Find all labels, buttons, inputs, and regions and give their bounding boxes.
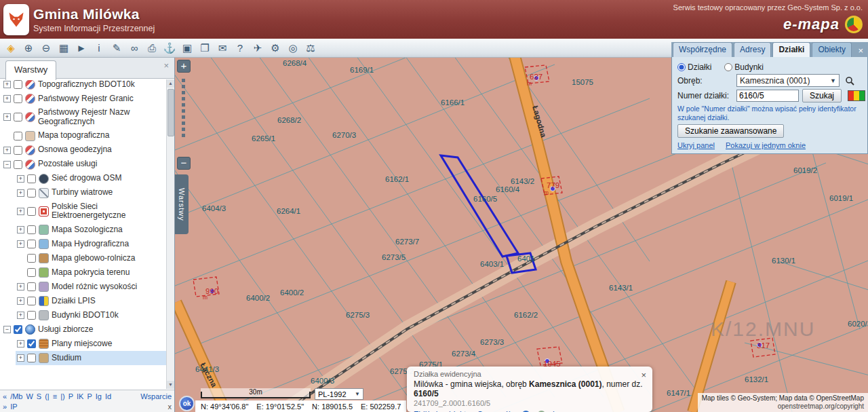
layer-item[interactable]: + Turbiny wiatrowe [16,186,173,200]
layer-checkbox[interactable] [14,146,22,155]
layer-item[interactable]: + Budynki BDOT10k [16,308,173,322]
expand-toggle[interactable]: − [3,161,11,168]
layer-item[interactable]: + Polskie Sieci Elektroenergetyczne [16,200,173,223]
layer-checkbox[interactable] [14,80,22,89]
panel-footer-close[interactable]: x [168,402,172,411]
layer-checkbox[interactable] [27,254,36,263]
search-button[interactable]: Szukaj [802,89,842,102]
screen-icon[interactable]: ▣ [178,40,196,56]
settings-icon[interactable]: ⚙ [267,40,284,56]
panel-footer-button[interactable]: « [3,392,7,400]
layer-checkbox[interactable] [27,297,36,305]
layer-item[interactable]: + Mapa Hydrograficzna [16,237,173,251]
expand-toggle[interactable]: + [17,208,24,215]
zoom-slider[interactable] [182,76,185,140]
pointer-icon[interactable]: ► [73,40,90,56]
plane-icon[interactable]: ✈ [249,40,267,56]
link-icon[interactable]: ∞ [125,40,143,56]
close-icon[interactable]: × [854,44,867,57]
layer-item[interactable]: Mapa glebowo-rolnicza [16,251,173,265]
expand-toggle[interactable]: + [17,283,24,291]
layer-item[interactable]: + Sieć drogowa OSM [16,172,173,186]
scroll-down-icon[interactable]: ▼ [167,381,174,389]
panel-footer-button[interactable]: S [37,392,41,400]
layer-checkbox[interactable] [27,240,36,248]
panel-footer-button[interactable]: W [26,392,33,400]
layer-item[interactable]: + Studium [16,351,173,365]
support-link[interactable]: Wsparcie [140,392,172,400]
layer-checkbox[interactable] [27,282,36,291]
layer-item[interactable]: + Plany miejscowe [16,337,173,351]
close-icon[interactable]: × [641,370,646,380]
layer-item[interactable]: + Państwowy Rejestr Granic [2,92,173,106]
tab-adresy[interactable]: Adresy [734,42,771,57]
layer-checkbox[interactable] [27,174,36,183]
scroll-up-icon[interactable]: ▲ [167,79,174,88]
panel-footer-button[interactable]: Ig [96,392,102,400]
layers-scrollbar[interactable]: ▲ ▼ [166,79,174,389]
layer-checkbox[interactable] [27,339,36,348]
layers-icon[interactable]: ◈ [2,40,20,56]
layer-checkbox[interactable] [27,354,36,362]
layer-checkbox[interactable] [14,94,22,103]
zoom-in-icon[interactable]: ⊕ [20,40,37,56]
expand-toggle[interactable]: + [17,175,24,183]
radio-dzialki-input[interactable] [677,63,686,71]
emapa-logo[interactable]: e-mapa [783,16,840,33]
tab-warstwy[interactable]: Warstwy [5,60,56,80]
expand-toggle[interactable]: + [3,113,11,121]
panel-footer-button[interactable]: /Mb [10,392,22,400]
search-icon[interactable] [843,74,856,87]
gmina-logo[interactable] [3,4,29,35]
panels-icon[interactable]: ❐ [196,40,214,56]
zoom-out-icon[interactable]: ⊖ [37,40,55,56]
select-area-icon[interactable]: ▦ [55,40,73,56]
anchor-icon[interactable]: ⚓ [161,40,178,56]
layer-checkbox[interactable] [27,225,36,234]
expand-toggle[interactable]: + [17,297,24,305]
layer-item[interactable]: + Państwowy Rejestr Nazw Geograficznych [2,106,173,129]
layer-item[interactable]: Mapa pokrycia terenu [16,265,173,280]
ok-button[interactable]: ok [179,396,195,411]
layer-checkbox[interactable] [27,189,36,198]
advanced-search-button[interactable]: Szukanie zaawansowane [677,124,784,138]
layers-side-tab[interactable]: Warstwy [175,174,189,234]
message-icon[interactable]: ✉ [214,40,231,56]
panel-footer-button[interactable]: Id [105,392,111,400]
crs-select[interactable]: PL-1992 ▼ [315,388,363,400]
help-icon[interactable]: ? [231,40,249,56]
print-icon[interactable]: ⎙ [143,40,161,56]
panel-footer-button[interactable]: (| [45,392,50,400]
obreb-select[interactable]: Kamesznica (0001) ▼ [736,74,840,87]
expand-toggle[interactable]: + [3,81,11,88]
expand-toggle[interactable]: + [17,189,24,197]
radio-budynki-input[interactable] [724,63,732,71]
panel-footer-button[interactable]: |) [60,392,65,400]
panel-footer-button[interactable]: IK [77,392,83,400]
panel-footer-button[interactable]: P [87,392,92,400]
panel-footer-button[interactable]: IP [10,402,17,411]
measure-icon[interactable]: ✎ [108,40,125,56]
scrollbar-thumb[interactable] [167,89,174,136]
expand-toggle[interactable]: + [3,147,11,154]
layer-checkbox[interactable] [14,132,22,141]
balance-icon[interactable]: ⚖ [302,40,319,56]
one-window-link[interactable]: Pokazuj w jednym oknie [726,141,806,149]
expand-toggle[interactable]: + [17,240,24,248]
expand-toggle[interactable]: + [17,354,24,362]
tab-dzialki[interactable]: Działki [772,42,810,57]
layer-checkbox[interactable] [27,311,36,320]
panel-footer-button[interactable]: » [3,402,7,411]
zoom-in-button[interactable]: + [177,60,191,73]
hide-panel-link[interactable]: Ukryj panel [677,141,715,149]
attribution-link[interactable]: openstreetmap.org/copyright [702,402,864,411]
expand-toggle[interactable]: − [3,326,11,333]
layer-item[interactable]: + Mapa Sozologiczna [16,223,173,237]
layer-checkbox[interactable] [27,207,36,216]
panel-footer-button[interactable]: ≡ [53,392,57,400]
layer-item[interactable]: + Działki LPIS [16,294,173,308]
expand-toggle[interactable]: + [3,95,11,102]
panel-footer-button[interactable]: P [68,392,73,400]
layer-checkbox[interactable] [27,268,36,277]
scale-search-icon[interactable]: ◎ [284,40,302,56]
